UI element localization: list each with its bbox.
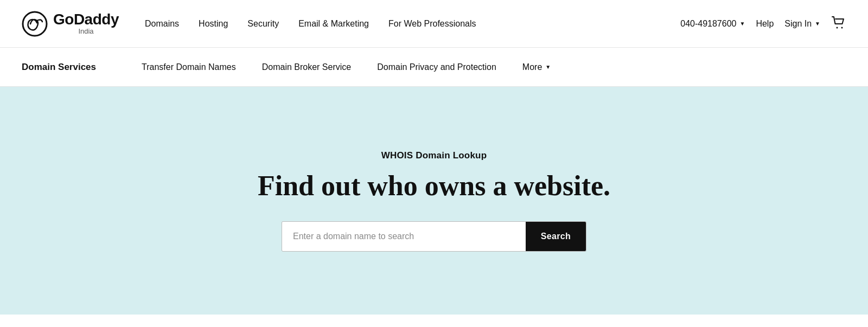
svg-point-0 [23,12,47,36]
cart-button[interactable] [831,15,846,33]
nav-item-hosting[interactable]: Hosting [190,15,237,33]
more-dropdown-button[interactable]: More ▼ [509,58,564,76]
svg-point-1 [837,27,838,28]
main-nav: Domains Hosting Security Email & Marketi… [136,15,680,33]
right-nav: 040-49187600 ▼ Help Sign In ▼ [680,15,846,33]
cart-icon [831,15,846,30]
signin-chevron-icon: ▼ [815,21,820,27]
secondary-nav-links: Transfer Domain Names Domain Broker Serv… [129,58,564,76]
domain-search-input[interactable] [282,222,526,251]
domain-search-form: Search [282,222,586,251]
nav-item-email-marketing[interactable]: Email & Marketing [290,15,378,33]
nav-item-domains[interactable]: Domains [136,15,188,33]
secondary-link-privacy[interactable]: Domain Privacy and Protection [364,58,509,76]
secondary-link-transfer[interactable]: Transfer Domain Names [129,58,249,76]
top-navigation: GoDaddy India Domains Hosting Security E… [0,0,868,48]
secondary-link-broker[interactable]: Domain Broker Service [249,58,365,76]
svg-point-2 [841,27,843,28]
hero-title: Find out who owns a website. [258,170,610,202]
logo-country: India [53,27,119,35]
nav-item-security[interactable]: Security [239,15,288,33]
sign-in-button[interactable]: Sign In ▼ [784,19,820,29]
phone-chevron-icon: ▼ [739,21,745,27]
hero-subtitle: WHOIS Domain Lookup [381,150,487,161]
phone-number: 040-49187600 [680,19,736,29]
help-link[interactable]: Help [756,19,774,29]
hero-section: WHOIS Domain Lookup Find out who owns a … [0,87,868,315]
domain-services-label: Domain Services [22,62,96,73]
more-chevron-icon: ▼ [545,64,551,70]
search-button[interactable]: Search [526,222,586,251]
logo-name: GoDaddy [53,12,119,27]
sign-in-label: Sign In [784,19,812,29]
nav-item-for-web-professionals[interactable]: For Web Professionals [380,15,485,33]
secondary-navigation: Domain Services Transfer Domain Names Do… [0,48,868,87]
logo[interactable]: GoDaddy India [22,11,119,37]
more-label: More [522,62,542,72]
godaddy-logo-icon [22,11,48,37]
phone-button[interactable]: 040-49187600 ▼ [680,19,745,29]
